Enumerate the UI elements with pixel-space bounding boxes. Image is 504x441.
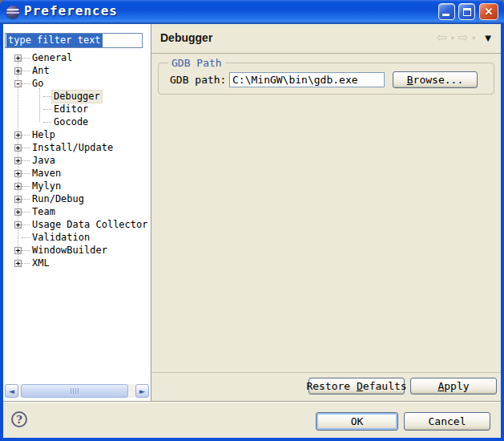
tree-connector bbox=[43, 96, 51, 97]
scroll-right-button[interactable]: ► bbox=[135, 384, 149, 398]
expand-icon[interactable]: + bbox=[14, 183, 22, 190]
tree-item-label[interactable]: WindowBuilder bbox=[30, 245, 109, 257]
tree-item-label[interactable]: Ant bbox=[30, 65, 51, 77]
scrollbar-thumb[interactable] bbox=[21, 384, 128, 398]
tree-item-gocode[interactable]: Gocode bbox=[3, 115, 151, 128]
tree-item-label[interactable]: Validation bbox=[30, 232, 91, 244]
scroll-left-icon: ◄ bbox=[9, 387, 14, 395]
restore-label-mnemonic: D bbox=[357, 380, 363, 392]
tree-item-maven[interactable]: +Maven bbox=[3, 167, 151, 180]
filter-input[interactable]: type filter text bbox=[5, 33, 143, 48]
tree-item-label[interactable]: General bbox=[30, 52, 75, 64]
tree-connector bbox=[22, 199, 30, 200]
expand-icon[interactable]: + bbox=[14, 260, 22, 267]
scroll-left-button[interactable]: ◄ bbox=[5, 384, 18, 398]
apply-button[interactable]: Apply bbox=[410, 378, 497, 394]
tree-item-label[interactable]: Gocode bbox=[52, 116, 90, 128]
tree-item-label[interactable]: Mylyn bbox=[30, 180, 62, 192]
tree-item-label[interactable]: Editor bbox=[52, 103, 90, 115]
gdb-path-label: GDB path: bbox=[170, 74, 226, 86]
view-menu-icon[interactable]: ▼ bbox=[485, 34, 491, 42]
tree-item-general[interactable]: +General bbox=[3, 51, 151, 64]
tree-connector bbox=[22, 250, 30, 251]
expand-icon[interactable]: + bbox=[14, 157, 22, 164]
tree-item-label[interactable]: Install/Update bbox=[30, 142, 115, 154]
tree-item-validation[interactable]: Validation bbox=[3, 231, 151, 244]
tree-connector bbox=[22, 237, 30, 238]
tree-item-label[interactable]: XML bbox=[30, 257, 51, 269]
apply-label-rest: pply bbox=[444, 380, 469, 392]
help-icon: ? bbox=[16, 414, 22, 426]
window-title: Preferences bbox=[24, 3, 118, 18]
help-button[interactable]: ? bbox=[11, 411, 27, 427]
preferences-tree: +General+Ant-GoDebuggerEditorGocode+Help… bbox=[3, 51, 151, 269]
tree-item-label[interactable]: Go bbox=[30, 78, 45, 90]
expand-icon[interactable]: + bbox=[14, 196, 22, 203]
tree-item-team[interactable]: +Team bbox=[3, 205, 151, 218]
browse-label-rest: rowse... bbox=[413, 74, 464, 86]
tree-connector bbox=[22, 212, 30, 212]
expand-icon[interactable]: + bbox=[14, 247, 22, 254]
preferences-tree-panel: type filter text +General+Ant-GoDebugger… bbox=[3, 24, 151, 401]
tree-item-xml[interactable]: +XML bbox=[3, 257, 151, 269]
title-bar[interactable]: Preferences ✕ bbox=[0, 0, 504, 24]
forward-dropdown-icon[interactable]: ▾ bbox=[472, 34, 475, 42]
tree-connector bbox=[43, 109, 51, 110]
header-divider bbox=[151, 53, 501, 54]
forward-icon[interactable]: ⇨ bbox=[458, 30, 469, 45]
tree-item-install-update[interactable]: +Install/Update bbox=[3, 141, 151, 154]
tree-item-mylyn[interactable]: +Mylyn bbox=[3, 180, 151, 192]
expand-icon[interactable]: + bbox=[14, 221, 22, 229]
back-dropdown-icon[interactable]: ▾ bbox=[451, 34, 454, 42]
expand-icon[interactable]: + bbox=[14, 55, 22, 62]
expand-icon[interactable]: + bbox=[14, 170, 22, 177]
eclipse-logo-icon bbox=[6, 6, 19, 18]
tree-item-label[interactable]: Team bbox=[30, 206, 57, 218]
tree-item-go[interactable]: -Go bbox=[3, 77, 151, 90]
restore-label-rest: efaults bbox=[363, 380, 407, 392]
tree-connector bbox=[43, 122, 51, 123]
expand-icon[interactable]: + bbox=[14, 208, 22, 216]
restore-defaults-button[interactable]: Restore Defaults bbox=[308, 378, 405, 394]
back-icon[interactable]: ⇦ bbox=[437, 30, 447, 45]
tree-connector bbox=[22, 263, 30, 264]
tree-item-label[interactable]: Usage Data Collector bbox=[30, 219, 150, 231]
tree-item-label[interactable]: Help bbox=[30, 129, 57, 141]
minimize-button[interactable] bbox=[438, 3, 455, 20]
tree-item-editor[interactable]: Editor bbox=[3, 103, 151, 115]
maximize-icon bbox=[463, 8, 471, 16]
tree-connector bbox=[22, 58, 30, 59]
cancel-button[interactable]: Cancel bbox=[404, 412, 490, 431]
filter-selected-text: type filter text bbox=[6, 34, 103, 47]
page-title: Debugger bbox=[160, 31, 212, 44]
gdb-path-group: GDB Path GDB path: Browse... bbox=[158, 63, 494, 95]
tree-item-label[interactable]: Debugger bbox=[52, 91, 102, 103]
tree-connector bbox=[22, 135, 30, 136]
tree-item-label[interactable]: Run/Debug bbox=[30, 193, 86, 205]
ok-button[interactable]: OK bbox=[316, 412, 398, 431]
browse-button[interactable]: Browse... bbox=[393, 71, 478, 88]
tree-item-debugger[interactable]: Debugger bbox=[3, 90, 151, 103]
expand-icon[interactable]: + bbox=[14, 131, 22, 139]
maximize-button[interactable] bbox=[458, 3, 475, 20]
tree-item-ant[interactable]: +Ant bbox=[3, 64, 151, 77]
collapse-icon[interactable]: - bbox=[14, 80, 22, 87]
expand-icon[interactable]: + bbox=[14, 144, 22, 152]
scroll-right-icon: ► bbox=[139, 387, 145, 395]
tree-item-run-debug[interactable]: +Run/Debug bbox=[3, 192, 151, 205]
horizontal-scrollbar[interactable]: ◄ ► bbox=[5, 384, 149, 398]
group-title: GDB Path bbox=[168, 57, 225, 69]
tree-connector bbox=[22, 186, 30, 187]
tree-item-help[interactable]: +Help bbox=[3, 128, 151, 141]
tree-item-windowbuilder[interactable]: +WindowBuilder bbox=[3, 244, 151, 257]
expand-icon[interactable]: + bbox=[14, 67, 22, 75]
tree-item-label[interactable]: Maven bbox=[30, 168, 62, 180]
close-button[interactable]: ✕ bbox=[479, 3, 498, 20]
debugger-settings-page: Debugger ⇦ ▾ ⇨ ▾ ▼ GDB Path GDB path: Br… bbox=[151, 24, 501, 401]
tree-item-java[interactable]: +Java bbox=[3, 154, 151, 167]
tree-item-usage-data-collector[interactable]: +Usage Data Collector bbox=[3, 218, 151, 231]
gdb-path-input[interactable] bbox=[229, 72, 385, 87]
content-divider bbox=[151, 372, 501, 373]
tree-item-label[interactable]: Java bbox=[30, 155, 57, 167]
tree-connector bbox=[22, 225, 30, 225]
